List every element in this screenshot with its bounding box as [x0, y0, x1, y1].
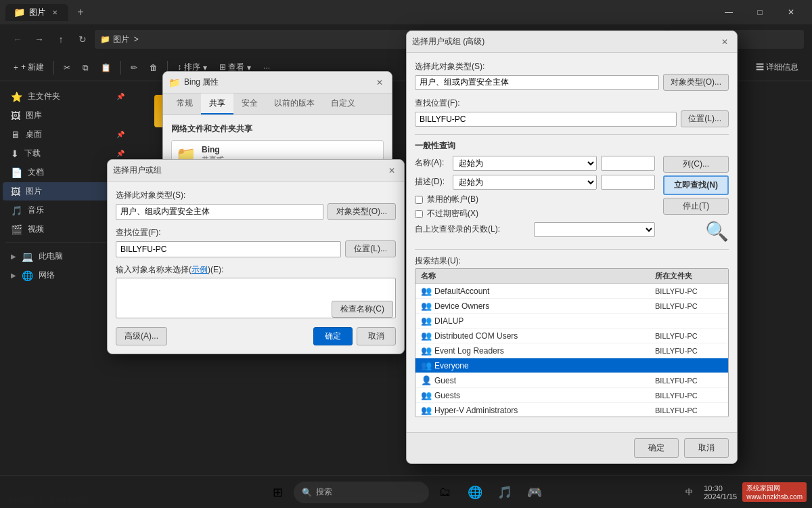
- location-button[interactable]: 位置(L)...: [345, 240, 396, 257]
- adv-days-row: 自上次查登录的天数(L):: [415, 222, 655, 237]
- adv-name-select[interactable]: 起始为: [453, 156, 597, 171]
- pin-icon-desktop: 📌: [116, 131, 125, 138]
- up-button[interactable]: ↑: [51, 30, 70, 49]
- bing-props-close-button[interactable]: ✕: [373, 76, 386, 89]
- location-label: 查找位置(F):: [116, 227, 396, 238]
- forward-button[interactable]: →: [30, 30, 49, 49]
- result-row-event-log-readers[interactable]: 👥Event Log Readers BILLYFU-PC: [415, 343, 728, 358]
- new-tab-button[interactable]: +: [71, 3, 90, 22]
- result-name-hyper-v: Hyper-V Administrators: [434, 406, 518, 415]
- details-button[interactable]: ☰ 详细信息: [750, 59, 804, 76]
- sys-tray-name: 系统家园网: [746, 484, 803, 493]
- adv-col-button[interactable]: 列(C)...: [663, 156, 729, 173]
- music-icon: 🎵: [11, 205, 22, 216]
- search-results-list[interactable]: 名称 所在文件夹 👥DefaultAccount BILLYFU-PC 👥Dev…: [415, 268, 729, 417]
- result-loc-device-owners: BILLYFU-PC: [655, 302, 723, 310]
- start-button[interactable]: ⊞: [264, 479, 291, 506]
- result-row-hyper-v[interactable]: 👥Hyper-V Administrators BILLYFU-PC: [415, 403, 728, 417]
- object-type-button[interactable]: 对象类型(O)...: [328, 203, 396, 220]
- adv-type-button[interactable]: 对象类型(O)...: [663, 74, 729, 91]
- select-user-cancel-button[interactable]: 取消: [357, 327, 396, 345]
- adv-name-label: 名称(A):: [415, 157, 449, 169]
- result-row-guests[interactable]: 👥Guests BILLYFU-PC: [415, 388, 728, 403]
- select-user-title-bar: 选择用户或组 ✕: [108, 160, 404, 182]
- adv-query-right: 列(C)... 立即查找(N) 停止(T) 🔍: [663, 156, 729, 242]
- result-row-device-owners[interactable]: 👥Device Owners BILLYFU-PC: [415, 299, 728, 314]
- result-name-device-owners: Device Owners: [434, 301, 489, 311]
- taskbar-app-media[interactable]: 🎵: [491, 479, 518, 506]
- select-user-close-button[interactable]: ✕: [385, 164, 399, 177]
- sidebar-label-documents: 文档: [28, 167, 44, 178]
- sidebar-item-home[interactable]: ⭐ 主文件夹 📌: [3, 87, 133, 106]
- adv-stop-button[interactable]: 停止(T): [663, 198, 729, 215]
- back-button[interactable]: ←: [8, 30, 27, 49]
- select-user-ok-button[interactable]: 确定: [313, 327, 353, 345]
- adv-checkboxes: 禁用的帐户(B) 不过期密码(X) 自上次查登录的天数(L):: [415, 194, 655, 237]
- adv-days-select[interactable]: [534, 222, 656, 237]
- adv-cancel-button[interactable]: 取消: [684, 438, 729, 458]
- name-input-area-wrapper: 检查名称(C): [116, 278, 396, 320]
- tab-general[interactable]: 常规: [168, 93, 201, 114]
- adv-desc-value-input[interactable]: [601, 175, 655, 190]
- maximize-button[interactable]: □: [744, 0, 775, 24]
- result-row-distributed-com-users[interactable]: 👥Distributed COM Users BILLYFU-PC: [415, 329, 728, 343]
- taskbar-ime-indicator[interactable]: 中: [680, 479, 698, 506]
- object-type-input[interactable]: [116, 204, 323, 220]
- adv-location-input[interactable]: [415, 112, 677, 127]
- tab-customize[interactable]: 自定义: [323, 93, 363, 114]
- disabled-accounts-checkbox[interactable]: [415, 196, 423, 204]
- new-label: + 新建: [21, 62, 44, 73]
- close-button[interactable]: ✕: [775, 0, 807, 24]
- adv-results-section: 搜索结果(U): 名称 所在文件夹 👥DefaultAccount BILLYF…: [415, 255, 729, 417]
- paste-button[interactable]: 📋: [95, 60, 116, 75]
- adv-ok-button[interactable]: 确定: [634, 438, 679, 458]
- taskbar-app-games[interactable]: 🎮: [521, 479, 548, 506]
- delete-button[interactable]: 🗑: [144, 60, 163, 75]
- select-user-footer: 高级(A)... 确定 取消: [116, 327, 396, 345]
- new-button[interactable]: + + 新建: [8, 59, 49, 76]
- advanced-select-dialog[interactable]: 选择用户或组 (高级) ✕ 选择此对象类型(S): 对象类型(O)... 查找位…: [406, 30, 738, 464]
- cut-button[interactable]: ✂: [58, 60, 76, 75]
- home-icon: ⭐: [11, 91, 22, 102]
- adv-desc-select[interactable]: 起始为: [453, 175, 597, 190]
- taskbar-app-files[interactable]: 🗂: [432, 479, 459, 506]
- select-user-dialog[interactable]: 选择用户或组 ✕ 选择此对象类型(S): 对象类型(O)... 查找位置(F):…: [107, 159, 405, 354]
- taskbar-app-browser[interactable]: 🌐: [461, 479, 489, 506]
- advanced-dialog-close-button[interactable]: ✕: [718, 35, 731, 49]
- adv-type-label: 选择此对象类型(S):: [415, 61, 729, 72]
- no-expire-checkbox[interactable]: [415, 210, 423, 218]
- adv-location-button[interactable]: 位置(L)...: [681, 110, 729, 127]
- tab-previous-versions[interactable]: 以前的版本: [266, 93, 323, 114]
- rename-button[interactable]: ✏: [125, 60, 143, 75]
- sys-tray-brand: 系统家园网 www.hnzkhsb.com: [742, 482, 807, 502]
- details-label: ☰ 详细信息: [756, 62, 798, 73]
- sidebar-item-desktop[interactable]: 🖥 桌面 📌: [3, 125, 133, 144]
- user-icon-everyone: 👥: [421, 360, 432, 371]
- minimize-button[interactable]: —: [713, 0, 744, 24]
- copy-button[interactable]: ⧉: [77, 60, 94, 75]
- example-link[interactable]: 示例: [191, 265, 208, 274]
- check-name-button[interactable]: 检查名称(C): [332, 301, 393, 318]
- advanced-button[interactable]: 高级(A)...: [116, 327, 167, 345]
- result-row-everyone[interactable]: 👥Everyone: [415, 358, 728, 373]
- refresh-button[interactable]: ↻: [73, 30, 92, 49]
- delete-icon: 🗑: [150, 63, 158, 72]
- result-row-defaultaccount[interactable]: 👥DefaultAccount BILLYFU-PC: [415, 284, 728, 299]
- share-section-title: 网络文件和文件夹共享: [171, 123, 384, 135]
- sidebar-item-gallery[interactable]: 🖼 图库: [3, 106, 133, 125]
- taskbar-search-bar[interactable]: 🔍 搜索: [294, 482, 429, 503]
- adv-search-button[interactable]: 立即查找(N): [663, 175, 729, 195]
- advanced-dialog-title: 选择用户或组 (高级): [412, 36, 484, 47]
- adv-name-value-input[interactable]: [601, 156, 655, 171]
- sidebar-label-gallery: 图库: [26, 110, 42, 121]
- tab-pictures[interactable]: 📁 图片 ✕: [5, 4, 68, 21]
- result-row-dialup[interactable]: 👥DIALUP: [415, 314, 728, 329]
- tab-close-button[interactable]: ✕: [49, 7, 60, 18]
- tab-share[interactable]: 共享: [201, 93, 233, 114]
- sys-tray-url: www.hnzkhsb.com: [746, 493, 803, 501]
- sidebar-label-pictures: 图片: [26, 186, 42, 197]
- location-input[interactable]: [116, 241, 341, 257]
- result-row-guest[interactable]: 👤Guest BILLYFU-PC: [415, 373, 728, 388]
- tab-security[interactable]: 安全: [233, 93, 266, 114]
- adv-type-input[interactable]: [415, 75, 659, 90]
